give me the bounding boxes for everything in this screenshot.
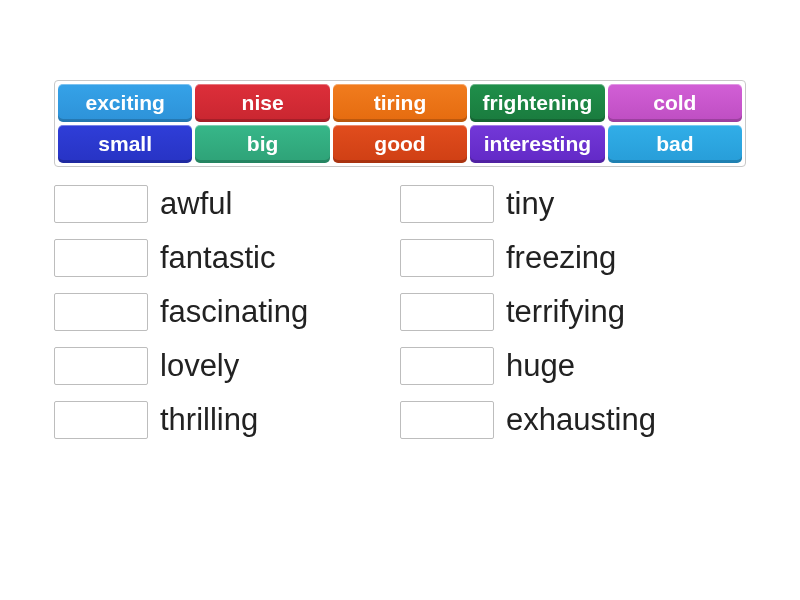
target-item: tiny [400,185,746,223]
target-grid: awful tiny fantastic freezing fascinatin… [54,185,746,439]
word-tile-nise[interactable]: nise [195,84,329,122]
tile-label: exciting [86,91,165,115]
word-bank-row: small big good interesting bad [58,125,742,163]
tile-label: cold [653,91,696,115]
word-tile-interesting[interactable]: interesting [470,125,604,163]
target-label: awful [160,186,232,222]
word-tile-frightening[interactable]: frightening [470,84,604,122]
target-label: lovely [160,348,239,384]
target-item: thrilling [54,401,400,439]
target-label: tiny [506,186,554,222]
tile-label: frightening [483,91,593,115]
drop-slot[interactable] [400,347,494,385]
drop-slot[interactable] [54,293,148,331]
target-label: thrilling [160,402,258,438]
tile-label: nise [242,91,284,115]
tile-label: interesting [484,132,591,156]
drop-slot[interactable] [54,401,148,439]
word-tile-small[interactable]: small [58,125,192,163]
target-item: huge [400,347,746,385]
target-item: exhausting [400,401,746,439]
word-tile-bad[interactable]: bad [608,125,742,163]
word-bank: exciting nise tiring frightening cold sm… [54,80,746,167]
target-label: terrifying [506,294,625,330]
target-label: fascinating [160,294,308,330]
word-tile-tiring[interactable]: tiring [333,84,467,122]
drop-slot[interactable] [400,401,494,439]
target-label: exhausting [506,402,656,438]
tile-label: bad [656,132,693,156]
target-item: terrifying [400,293,746,331]
target-label: huge [506,348,575,384]
tile-label: small [98,132,152,156]
word-tile-big[interactable]: big [195,125,329,163]
target-item: freezing [400,239,746,277]
drop-slot[interactable] [54,185,148,223]
target-item: fantastic [54,239,400,277]
target-item: lovely [54,347,400,385]
tile-label: big [247,132,279,156]
target-item: awful [54,185,400,223]
word-tile-exciting[interactable]: exciting [58,84,192,122]
target-label: fantastic [160,240,275,276]
drop-slot[interactable] [400,239,494,277]
word-bank-row: exciting nise tiring frightening cold [58,84,742,122]
drop-slot[interactable] [54,239,148,277]
drop-slot[interactable] [54,347,148,385]
word-tile-good[interactable]: good [333,125,467,163]
exercise-stage: exciting nise tiring frightening cold sm… [0,0,800,439]
target-item: fascinating [54,293,400,331]
target-label: freezing [506,240,616,276]
drop-slot[interactable] [400,185,494,223]
tile-label: good [374,132,425,156]
word-tile-cold[interactable]: cold [608,84,742,122]
tile-label: tiring [374,91,427,115]
drop-slot[interactable] [400,293,494,331]
